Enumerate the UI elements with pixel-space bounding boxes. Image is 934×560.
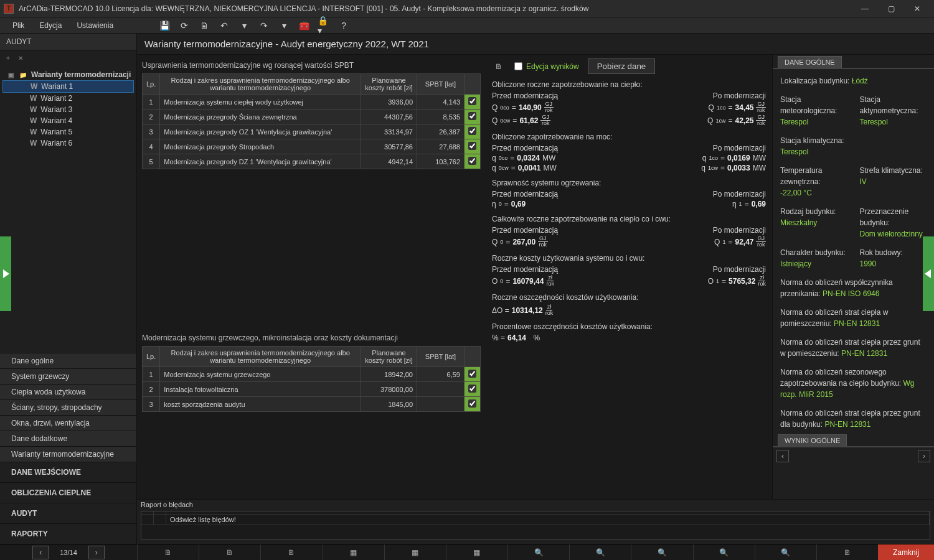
lock-icon[interactable]: 🔒▾ (318, 19, 330, 32)
redo-icon[interactable]: ↷ (258, 19, 270, 32)
menu-settings[interactable]: Ustawienia (69, 19, 121, 32)
col-header: Lp. (143, 74, 160, 95)
tab-results[interactable]: WYNIKI OGÓLNE (778, 434, 847, 446)
status-icon-3[interactable]: ▦ (323, 544, 384, 561)
pager-next[interactable]: › (918, 450, 930, 462)
download-data-button[interactable]: Pobierz dane (588, 58, 656, 74)
status-icon-5[interactable]: ▦ (446, 544, 507, 561)
nav-item-1[interactable]: System grzewczy (0, 368, 136, 384)
nav-item-4[interactable]: Okna, drzwi, wentylacja (0, 415, 136, 431)
undo-icon[interactable]: ↶ (218, 19, 230, 32)
nav-section-audit[interactable]: AUDYT (0, 503, 136, 523)
status-icon-2[interactable]: 🗎 (260, 544, 322, 561)
menubar: Plik Edycja Ustawienia 💾 ⟳ 🗎 ↶ ▾ ↷ ▾ 🧰 🔒… (0, 17, 934, 34)
help-icon[interactable]: ? (337, 19, 350, 32)
nav-section-calc[interactable]: OBLICZENIA CIEPLNE (0, 482, 136, 503)
table-row[interactable]: 4Modernizacja przegrody Stropodach30577,… (143, 139, 481, 154)
nav-section-reports[interactable]: RAPORTY (0, 523, 136, 544)
status-icon-0[interactable]: 🗎 (137, 544, 199, 561)
nav-section-input[interactable]: DANE WEJŚCIOWE (0, 462, 136, 482)
edit-results-checkbox[interactable]: Edycja wyników (514, 62, 579, 71)
doc-settings-icon[interactable]: 🗎 (492, 60, 506, 73)
error-title: Raport o błędach (137, 500, 934, 510)
prev-page-button[interactable]: ‹ (32, 546, 49, 559)
tree-view[interactable]: ▣ 📁 Warianty termomodernizacji WWariant … (0, 65, 136, 353)
row-checkbox[interactable] (468, 157, 476, 165)
col-header: Rodzaj i zakres usprawnienia termomodern… (160, 347, 361, 367)
col-header: Lp. (143, 347, 160, 367)
status-icon-9[interactable]: 🔍 (693, 544, 755, 561)
add-icon[interactable]: ＋ (4, 54, 12, 62)
close-window-button[interactable]: ✕ (904, 0, 930, 17)
variant-icon: W (30, 139, 37, 147)
pager-prev[interactable]: ‹ (776, 450, 789, 462)
maximize-button[interactable]: ▢ (878, 0, 904, 17)
sidebar-header: AUDYT (0, 34, 136, 50)
tree-item-variant-6[interactable]: WWariant 6 (2, 138, 134, 149)
row-checkbox[interactable] (468, 370, 476, 378)
nav-item-0[interactable]: Dane ogólne (0, 353, 136, 368)
variant-icon: W (30, 128, 37, 136)
next-page-button[interactable]: › (88, 546, 105, 559)
undo-dropdown-icon[interactable]: ▾ (238, 19, 250, 32)
table-row[interactable]: 3Modernizacja przegrody OZ 1 'Wentylacja… (143, 124, 481, 139)
status-icon-6[interactable]: 🔍 (507, 544, 569, 561)
left-drawer-toggle[interactable] (0, 236, 11, 311)
menu-file[interactable]: Plik (5, 19, 32, 32)
minimize-button[interactable]: — (852, 0, 878, 17)
nav-item-2[interactable]: Ciepła woda użytkowa (0, 384, 136, 399)
tree-item-variant-1[interactable]: WWariant 1 (2, 80, 134, 93)
table2-caption: Modernizacja systemu grzewczego, mikroin… (142, 331, 481, 346)
status-icon-1[interactable]: 🗎 (199, 544, 260, 561)
close-button[interactable]: Zamknij (878, 544, 934, 561)
tools-icon[interactable]: 🧰 (298, 19, 310, 32)
status-icon-10[interactable]: 🔍 (755, 544, 816, 561)
svg-marker-1 (925, 269, 931, 278)
remove-icon[interactable]: ✕ (16, 54, 25, 62)
col-header (465, 74, 481, 95)
tree-item-variant-5[interactable]: WWariant 5 (2, 126, 134, 138)
status-icon-4[interactable]: ▦ (384, 544, 446, 561)
table-row[interactable]: 5Modernizacja przegrody DZ 1 'Wentylacja… (143, 154, 481, 169)
error-refresh[interactable]: Odśwież listę błędów! (166, 515, 930, 525)
row-checkbox[interactable] (468, 385, 476, 393)
tree-item-variant-2[interactable]: WWariant 2 (2, 93, 134, 104)
nav-item-3[interactable]: Ściany, stropy, stropodachy (0, 399, 136, 415)
statusbar: ‹ 13/14 › 🗎🗎🗎▦▦▦🔍🔍🔍🔍🔍🗎 Zamknij (0, 544, 934, 560)
main-area: Warianty termomodernizacyjne - Audyt ene… (137, 34, 934, 544)
table-row[interactable]: 1Modernizacja systemu grzewczego18942,00… (143, 367, 481, 382)
nav-item-5[interactable]: Dane dodatkowe (0, 431, 136, 446)
row-checkbox[interactable] (468, 399, 476, 408)
redo-dropdown-icon[interactable]: ▾ (278, 19, 290, 32)
right-panel: DANE OGÓLNE Lokalizacja budynku: Łódź St… (772, 55, 934, 499)
row-checkbox[interactable] (468, 127, 476, 135)
table-row[interactable]: 2Instalacja fotowoltaiczna378000,00 (143, 382, 481, 397)
table-row[interactable]: 3koszt sporządzenia audytu1845,00 (143, 397, 481, 412)
collapse-icon[interactable]: ▣ (6, 70, 15, 79)
tab-general-data[interactable]: DANE OGÓLNE (778, 56, 842, 68)
row-checkbox[interactable] (468, 97, 476, 105)
variant-icon: W (30, 105, 37, 114)
status-icon-11[interactable]: 🗎 (816, 544, 878, 561)
col-header: SPBT [lat] (417, 74, 465, 95)
menu-edit[interactable]: Edycja (32, 19, 69, 32)
table1[interactable]: Lp.Rodzaj i zakres usprawnienia termomod… (142, 73, 481, 169)
tree-root[interactable]: ▣ 📁 Warianty termomodernizacji (2, 69, 134, 80)
col-header: SPBT [lat] (417, 347, 465, 367)
tree-item-variant-3[interactable]: WWariant 3 (2, 104, 134, 115)
save-icon[interactable]: 💾 (158, 19, 171, 32)
table2[interactable]: Lp.Rodzaj i zakres usprawnienia termomod… (142, 346, 481, 412)
status-icon-8[interactable]: 🔍 (631, 544, 692, 561)
status-icon-7[interactable]: 🔍 (569, 544, 631, 561)
folder-icon: 📁 (19, 70, 27, 79)
right-drawer-toggle[interactable] (923, 236, 934, 311)
sync-icon[interactable]: ⟳ (178, 19, 191, 32)
tree-item-variant-4[interactable]: WWariant 4 (2, 115, 134, 126)
nav-item-6[interactable]: Warianty termomodernizacyjne (0, 446, 136, 462)
row-checkbox[interactable] (468, 142, 476, 150)
calc-b1: Obliczone roczne zapotrzebowanie na ciep… (492, 80, 766, 89)
table-row[interactable]: 1Modernizacja systemu ciepłej wody użytk… (143, 95, 481, 110)
row-checkbox[interactable] (468, 112, 476, 120)
doc-icon[interactable]: 🗎 (198, 19, 210, 32)
table-row[interactable]: 2Modernizacja przegrody Ściana zewnętrzn… (143, 110, 481, 124)
